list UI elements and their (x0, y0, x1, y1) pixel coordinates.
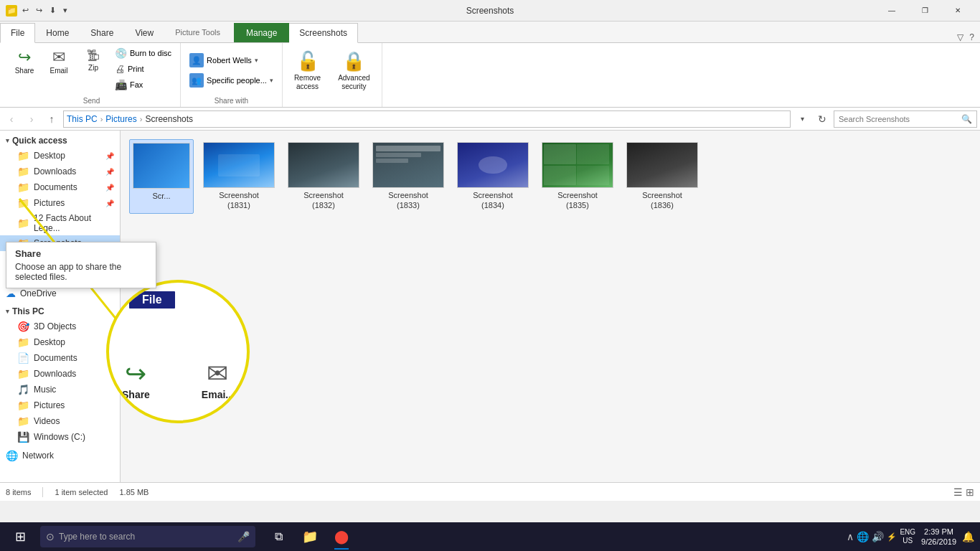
sidebar-item-documents-quick[interactable]: 📁 Documents 📌 (0, 179, 120, 195)
sidebar-item-documents-pc[interactable]: 📄 Documents (0, 350, 120, 366)
sidebar-item-network[interactable]: 🌐 Network (0, 448, 120, 463)
tab-screenshots[interactable]: Screenshots (289, 23, 358, 43)
sidebar-quick-access-header[interactable]: ▾ Quick access (0, 133, 120, 148)
app-icon: 📁 (6, 5, 17, 17)
view-icons: ☰ ⊞ (953, 486, 974, 498)
volume-tray-icon[interactable]: 🔊 (872, 531, 884, 542)
back-icon[interactable]: ↩ (20, 4, 31, 17)
tooltip-description: Choose an app to share the selected file… (15, 262, 147, 282)
notification-icon[interactable]: 🔔 (962, 531, 974, 542)
sidebar-this-pc-header[interactable]: ▾ This PC (0, 304, 120, 319)
thumbnail-item-1832[interactable]: Screenshot(1832) (284, 139, 363, 214)
breadcrumb-bar[interactable]: This PC › Pictures › Screenshots (63, 110, 791, 128)
zoom-circle: File ↪ Share ✉ Emai... (106, 280, 250, 423)
clock-date: 9/26/2019 (921, 537, 956, 547)
ribbon-expand-icon[interactable]: ▽ (957, 32, 963, 42)
help-icon[interactable]: ? (969, 32, 974, 42)
task-view-button[interactable]: ⧉ (264, 522, 293, 551)
zoomed-share-button: ↪ Share (122, 359, 150, 400)
clock[interactable]: 2:39 PM 9/26/2019 (921, 527, 956, 547)
send-small-buttons: 💿 Burn to disc 🖨 Print 📠 Fax (112, 46, 174, 92)
status-bar: 8 items 1 item selected 1.85 MB ☰ ⊞ (0, 482, 980, 501)
advanced-security-button[interactable]: 🔒 Advancedsecurity (332, 46, 375, 95)
sidebar-item-windows-c[interactable]: 💾 Windows (C:) (0, 429, 120, 445)
browser-taskbar-button[interactable]: ⬤ (327, 522, 356, 551)
tab-file[interactable]: File (0, 23, 35, 43)
breadcrumb-dropdown[interactable]: ▾ (793, 110, 811, 128)
customize-icon[interactable]: ▾ (61, 4, 70, 17)
share-button[interactable]: ↪ Share (9, 46, 40, 78)
sidebar-item-pictures-pc[interactable]: 📁 Pictures (0, 397, 120, 413)
sidebar-item-12facts[interactable]: 📁 12 Facts About Lege... (0, 211, 120, 235)
down-icon[interactable]: ⬇ (47, 4, 58, 17)
tab-share[interactable]: Share (80, 23, 124, 42)
sidebar-item-downloads-quick[interactable]: 📁 Downloads 📌 (0, 164, 120, 179)
status-divider-1 (42, 487, 43, 497)
tab-view[interactable]: View (124, 23, 164, 42)
thumbnail-item-scr[interactable]: Scr... (129, 139, 194, 214)
breadcrumb-pictures[interactable]: Pictures (105, 114, 136, 124)
burn-to-disc-button[interactable]: 💿 Burn to disc (112, 46, 174, 60)
breadcrumb-this-pc[interactable]: This PC (67, 114, 98, 124)
thumbnail-item-1831[interactable]: Screenshot(1831) (199, 139, 278, 214)
up-nav-button[interactable]: ↑ (43, 110, 60, 128)
search-bar[interactable]: 🔍 (834, 110, 977, 128)
thumbnail-item-1833[interactable]: Screenshot(1833) (369, 139, 448, 214)
large-icons-view-icon[interactable]: ⊞ (966, 486, 974, 498)
downloads-pc-icon: 📁 (17, 368, 29, 380)
sidebar-item-3d-objects[interactable]: 🎯 3D Objects (0, 319, 120, 334)
sidebar-item-downloads-pc[interactable]: 📁 Downloads (0, 366, 120, 382)
zip-label: Zip (88, 64, 98, 72)
sidebar-item-pictures-quick[interactable]: 📁 Pictures 📌 (0, 195, 120, 211)
forward-icon[interactable]: ↪ (34, 4, 44, 17)
tooltip-title: Share (15, 248, 147, 259)
robert-wells-button[interactable]: 👤 Robert Wells ▾ (187, 52, 261, 69)
file-explorer-taskbar-button[interactable]: 📁 (296, 522, 324, 551)
title-bar: 📁 ↩ ↪ ⬇ ▾ Screenshots — ❐ ✕ (0, 0, 980, 22)
breadcrumb-arrow-2: › (140, 115, 143, 123)
tab-manage[interactable]: Manage (234, 23, 289, 42)
zoomed-file-tab: File (129, 291, 175, 309)
print-label: Print (128, 65, 144, 73)
search-input[interactable] (839, 115, 961, 123)
print-button[interactable]: 🖨 Print (112, 62, 174, 76)
share-label: Share (15, 67, 34, 75)
thumbnail-item-1834[interactable]: Screenshot(1834) (453, 139, 532, 214)
specific-people-button[interactable]: 👥 Specific people... ▾ (187, 72, 276, 89)
share-icon: ↪ (18, 50, 31, 65)
thumbnail-item-1835[interactable]: Screenshot(1835) (538, 139, 617, 214)
network-tray-icon[interactable]: 🌐 (857, 531, 869, 542)
remove-access-button[interactable]: 🔓 Removeaccess (288, 46, 326, 95)
back-nav-button[interactable]: ‹ (3, 110, 20, 128)
music-icon: 🎵 (17, 384, 29, 395)
breadcrumb-screenshots: Screenshots (145, 114, 193, 124)
pin-icon-pictures: 📌 (105, 199, 114, 207)
folder-downloads-icon: 📁 (17, 166, 29, 177)
search-magnifier-icon: 🔍 (961, 114, 972, 124)
sidebar-item-desktop-pc[interactable]: 📁 Desktop (0, 334, 120, 350)
mic-icon[interactable]: 🎤 (237, 531, 250, 542)
zip-button[interactable]: 🗜 Zip (77, 46, 109, 75)
disc-icon: 💿 (115, 47, 127, 59)
sidebar-item-desktop-quick[interactable]: 📁 Desktop 📌 (0, 148, 120, 164)
forward-nav-button[interactable]: › (23, 110, 40, 128)
sidebar-item-videos[interactable]: 📁 Videos (0, 413, 120, 429)
close-button[interactable]: ✕ (941, 0, 974, 22)
taskbar-search-text: Type here to search (59, 532, 135, 542)
refresh-button[interactable]: ↻ (814, 110, 831, 128)
thumbnail-item-1836[interactable]: Screenshot(1836) (623, 139, 702, 214)
email-button[interactable]: ✉ Email (43, 46, 75, 78)
sidebar-item-music[interactable]: 🎵 Music (0, 382, 120, 397)
tab-home[interactable]: Home (35, 23, 80, 42)
battery-tray-icon[interactable]: ⚡ (887, 532, 897, 542)
minimize-button[interactable]: — (875, 0, 908, 22)
details-view-icon[interactable]: ☰ (953, 486, 963, 498)
taskbar-search-box[interactable]: ⊙ Type here to search 🎤 (40, 526, 255, 547)
tray-up-icon[interactable]: ∧ (847, 531, 854, 542)
start-button[interactable]: ⊞ (3, 522, 37, 551)
thumb-label-scr: Scr... (152, 191, 170, 201)
thumb-label-1832: Screenshot(1832) (303, 190, 344, 211)
window-controls: — ❐ ✕ (875, 0, 974, 22)
fax-button[interactable]: 📠 Fax (112, 77, 174, 92)
maximize-button[interactable]: ❐ (908, 0, 941, 22)
